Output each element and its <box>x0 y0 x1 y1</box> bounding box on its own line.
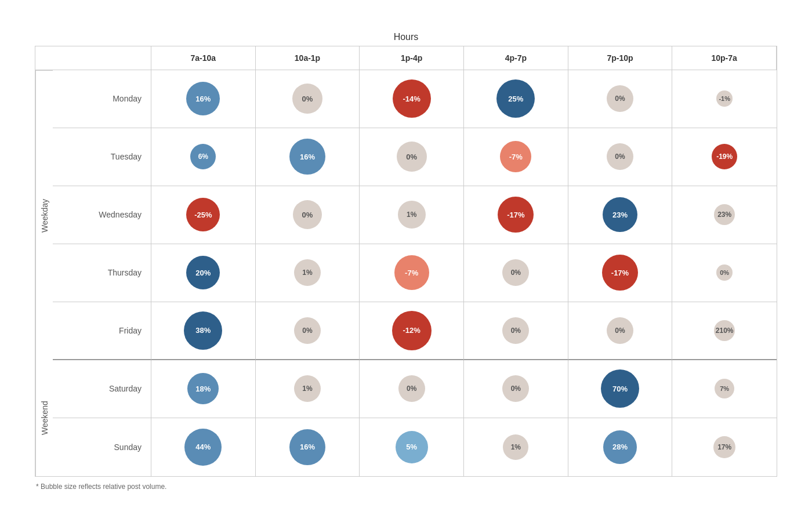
data-cell-monday-4: 0% <box>568 70 673 128</box>
data-cell-tuesday-4: 0% <box>568 128 673 186</box>
chart-title: Hours <box>35 32 777 42</box>
weekday-group-label: Weekday <box>35 70 53 360</box>
data-cell-sunday-5: 17% <box>672 418 777 476</box>
col-header-3: 4p-7p <box>464 46 568 70</box>
data-cell-saturday-4: 70% <box>568 360 673 418</box>
data-cell-tuesday-0: 6% <box>151 128 256 186</box>
data-cell-monday-0: 16% <box>151 70 256 128</box>
col-header-2: 1p-4p <box>360 46 464 70</box>
data-cell-thursday-3: 0% <box>464 244 568 302</box>
data-cell-thursday-0: 20% <box>151 244 256 302</box>
data-cell-thursday-2: -7% <box>360 244 464 302</box>
data-cell-friday-2: -12% <box>360 302 464 360</box>
data-cell-wednesday-0: -25% <box>151 186 256 244</box>
data-cell-tuesday-2: 0% <box>360 128 464 186</box>
data-cell-monday-5: -1% <box>672 70 777 128</box>
data-cell-wednesday-2: 1% <box>360 186 464 244</box>
header-spacer <box>35 46 151 70</box>
data-cell-friday-1: 0% <box>256 302 360 360</box>
data-cell-thursday-5: 0% <box>672 244 777 302</box>
data-cell-wednesday-4: 23% <box>568 186 673 244</box>
data-cell-sunday-4: 28% <box>568 418 673 476</box>
data-cell-friday-5: 210% <box>672 302 777 360</box>
grid-container: 7a-10a10a-1p1p-4p4p-7p7p-10p10p-7aWeekda… <box>35 46 777 477</box>
col-header-0: 7a-10a <box>151 46 256 70</box>
data-cell-saturday-2: 0% <box>360 360 464 418</box>
day-label-wednesday: Wednesday <box>53 186 151 244</box>
col-header-1: 10a-1p <box>256 46 360 70</box>
data-cell-thursday-4: -17% <box>568 244 673 302</box>
col-header-5: 10p-7a <box>672 46 777 70</box>
data-cell-friday-3: 0% <box>464 302 568 360</box>
data-cell-thursday-1: 1% <box>256 244 360 302</box>
day-label-saturday: Saturday <box>53 360 151 418</box>
data-cell-friday-4: 0% <box>568 302 673 360</box>
data-cell-sunday-2: 5% <box>360 418 464 476</box>
data-cell-tuesday-5: -19% <box>672 128 777 186</box>
data-cell-tuesday-1: 16% <box>256 128 360 186</box>
data-cell-wednesday-5: 23% <box>672 186 777 244</box>
data-cell-wednesday-3: -17% <box>464 186 568 244</box>
data-cell-saturday-5: 7% <box>672 360 777 418</box>
data-cell-monday-1: 0% <box>256 70 360 128</box>
data-cell-wednesday-1: 0% <box>256 186 360 244</box>
day-label-sunday: Sunday <box>53 418 151 476</box>
data-cell-monday-2: -14% <box>360 70 464 128</box>
footnote: * Bubble size reflects relative post vol… <box>35 483 777 491</box>
day-label-friday: Friday <box>53 302 151 360</box>
data-cell-sunday-0: 44% <box>151 418 256 476</box>
col-header-4: 7p-10p <box>568 46 673 70</box>
day-label-tuesday: Tuesday <box>53 128 151 186</box>
day-label-thursday: Thursday <box>53 244 151 302</box>
day-label-monday: Monday <box>53 70 151 128</box>
data-cell-tuesday-3: -7% <box>464 128 568 186</box>
data-cell-friday-0: 38% <box>151 302 256 360</box>
data-cell-saturday-3: 0% <box>464 360 568 418</box>
chart-wrapper: Hours 7a-10a10a-1p1p-4p4p-7p7p-10p10p-7a… <box>17 20 795 502</box>
weekend-group-label: Weekend <box>35 360 53 476</box>
data-cell-sunday-3: 1% <box>464 418 568 476</box>
data-cell-saturday-0: 18% <box>151 360 256 418</box>
data-cell-saturday-1: 1% <box>256 360 360 418</box>
data-cell-sunday-1: 16% <box>256 418 360 476</box>
data-cell-monday-3: 25% <box>464 70 568 128</box>
